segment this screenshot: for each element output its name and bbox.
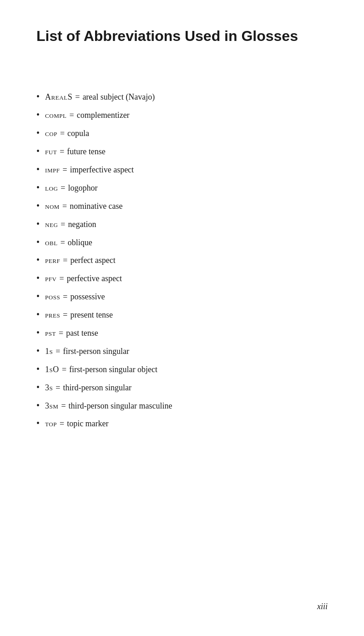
equals-sign: = xyxy=(60,127,65,140)
abbreviation-key: ArealS xyxy=(45,91,72,104)
abbreviation-key: cop xyxy=(45,127,57,140)
abbreviation-value: copula xyxy=(67,127,89,140)
abbreviation-value: logophor xyxy=(68,182,98,195)
list-item: •1s = first-person singular xyxy=(36,344,328,358)
equals-sign: = xyxy=(61,218,65,231)
abbreviation-key: pres xyxy=(45,309,60,322)
abbreviation-value: first-person singular object xyxy=(69,363,157,376)
page-title: List of Abbreviations Used in Glosses xyxy=(36,27,328,45)
abbreviation-key: top xyxy=(45,418,57,430)
equals-sign: = xyxy=(61,182,65,195)
bullet-icon: • xyxy=(36,236,40,248)
bullet-icon: • xyxy=(36,126,40,139)
list-item: •poss = possessive xyxy=(36,290,328,303)
bullet-icon: • xyxy=(36,163,40,176)
abbreviation-key: 3sm xyxy=(45,400,58,413)
list-item: •ArealS = areal subject (Navajo) xyxy=(36,90,328,104)
equals-sign: = xyxy=(56,345,60,358)
bullet-icon: • xyxy=(36,90,40,103)
abbreviation-key: pfv xyxy=(45,273,56,285)
list-item: •compl = complementizer xyxy=(36,108,328,122)
abbreviation-value: complementizer xyxy=(77,109,130,122)
abbreviation-key: log xyxy=(45,182,58,195)
abbreviation-value: areal subject (Navajo) xyxy=(82,91,155,104)
bullet-icon: • xyxy=(36,417,40,429)
abbreviation-value: future tense xyxy=(67,146,105,158)
list-item: •impf = imperfective aspect xyxy=(36,163,328,177)
abbreviation-key: impf xyxy=(45,164,60,177)
abbreviation-key: neg xyxy=(45,218,58,231)
list-item: •3s = third-person singular xyxy=(36,381,328,394)
abbreviation-key: poss xyxy=(45,291,60,303)
equals-sign: = xyxy=(61,237,65,249)
abbreviation-value: imperfective aspect xyxy=(70,164,134,177)
bullet-icon: • xyxy=(36,399,40,412)
abbreviation-key: 1s xyxy=(45,345,53,358)
bullet-icon: • xyxy=(36,363,40,375)
equals-sign: = xyxy=(59,327,63,340)
abbreviation-key: nom xyxy=(45,200,60,213)
bullet-icon: • xyxy=(36,344,40,357)
equals-sign: = xyxy=(62,363,66,376)
bullet-icon: • xyxy=(36,290,40,303)
bullet-icon: • xyxy=(36,272,40,284)
list-item: •fut = future tense xyxy=(36,145,328,158)
list-item: •pst = past tense xyxy=(36,326,328,340)
abbreviation-value: oblique xyxy=(68,237,92,249)
abbreviation-value: first-person singular xyxy=(63,345,129,358)
equals-sign: = xyxy=(63,164,67,177)
bullet-icon: • xyxy=(36,145,40,157)
abbreviation-value: perfective aspect xyxy=(67,273,122,285)
abbreviation-key: 1sO xyxy=(45,363,59,376)
bullet-icon: • xyxy=(36,199,40,212)
equals-sign: = xyxy=(60,146,64,158)
list-item: •1sO = first-person singular object xyxy=(36,363,328,376)
list-item: •top = topic marker xyxy=(36,417,328,430)
list-item: •pfv = perfective aspect xyxy=(36,272,328,285)
bullet-icon: • xyxy=(36,181,40,194)
list-item: •obl = oblique xyxy=(36,236,328,249)
list-item: •cop = copula xyxy=(36,126,328,140)
bullet-icon: • xyxy=(36,381,40,394)
list-item: •perf = perfect aspect xyxy=(36,253,328,267)
equals-sign: = xyxy=(75,91,80,104)
list-item: •nom = nominative case xyxy=(36,199,328,213)
abbreviation-value: third-person singular masculine xyxy=(69,400,172,413)
abbreviation-key: compl xyxy=(45,109,67,122)
equals-sign: = xyxy=(63,309,67,322)
page-number: xiii xyxy=(317,600,328,613)
equals-sign: = xyxy=(60,418,64,430)
abbreviation-value: nominative case xyxy=(70,200,122,213)
page-container: List of Abbreviations Used in Glosses •A… xyxy=(0,0,364,636)
bullet-icon: • xyxy=(36,253,40,266)
abbreviation-value: past tense xyxy=(66,327,98,340)
abbreviation-key: pst xyxy=(45,327,56,340)
equals-sign: = xyxy=(63,254,67,267)
abbreviation-key: perf xyxy=(45,254,60,267)
abbreviation-key: fut xyxy=(45,146,57,158)
equals-sign: = xyxy=(56,382,60,394)
bullet-icon: • xyxy=(36,108,40,121)
abbreviation-value: third-person singular xyxy=(63,382,131,394)
bullet-icon: • xyxy=(36,326,40,339)
abbreviations-list: •ArealS = areal subject (Navajo)•compl =… xyxy=(36,90,328,430)
list-item: •pres = present tense xyxy=(36,308,328,322)
bullet-icon: • xyxy=(36,217,40,230)
abbreviation-value: negation xyxy=(68,218,96,231)
equals-sign: = xyxy=(59,273,64,285)
abbreviation-value: present tense xyxy=(70,309,112,322)
list-item: •log = logophor xyxy=(36,181,328,195)
equals-sign: = xyxy=(70,109,74,122)
abbreviation-key: obl xyxy=(45,237,58,249)
abbreviation-key: 3s xyxy=(45,382,53,394)
abbreviation-value: perfect aspect xyxy=(70,254,115,267)
equals-sign: = xyxy=(61,400,66,413)
abbreviation-value: possessive xyxy=(70,291,105,303)
equals-sign: = xyxy=(63,291,67,303)
abbreviation-value: topic marker xyxy=(67,418,108,430)
list-item: •neg = negation xyxy=(36,217,328,231)
bullet-icon: • xyxy=(36,308,40,321)
list-item: •3sm = third-person singular masculine xyxy=(36,399,328,413)
equals-sign: = xyxy=(62,200,67,213)
